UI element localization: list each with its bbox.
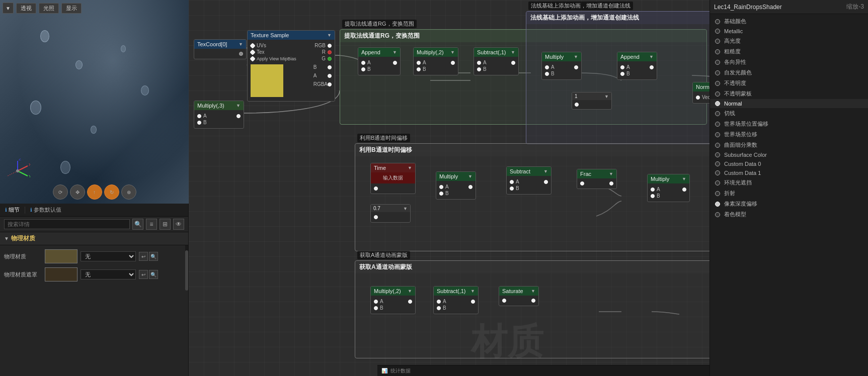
physics-material-dropdown[interactable]: 无 (81, 251, 136, 261)
sub1a-a-in[interactable] (437, 300, 441, 304)
sb-out[interactable] (544, 180, 548, 184)
right-pin-row-12[interactable]: 曲面细分乘数 (710, 140, 868, 150)
nav-move[interactable]: ↑ (87, 184, 102, 200)
nav-pan[interactable]: ✥ (70, 184, 85, 200)
m2a-a-in[interactable] (374, 300, 378, 304)
mn-out[interactable] (574, 65, 578, 69)
a-out-pin[interactable] (328, 74, 332, 78)
section-header[interactable]: ▼ 物理材质 (0, 232, 188, 245)
m2-a-in[interactable] (417, 61, 421, 65)
multiply2-a-node[interactable]: Multiply(,2) ▼ A B (370, 286, 416, 314)
norm-vi-in[interactable] (696, 96, 700, 100)
physics-mask-dropdown[interactable]: 无 (81, 269, 136, 279)
mb2-b-in[interactable] (651, 194, 655, 198)
texture-sample-node[interactable]: Texture Sample ▼ UVs RGB Tex R Apply Vie… (247, 30, 335, 102)
uvs-in-pin[interactable] (250, 43, 255, 48)
append2-node[interactable]: Append ▼ A B (617, 52, 657, 80)
rgba-out-pin[interactable] (328, 82, 332, 86)
normalize-node[interactable]: Normalize ▼ VectorInput (692, 82, 709, 104)
right-pin-row-4[interactable]: 各向异性 (710, 57, 868, 67)
time-out[interactable] (374, 186, 378, 191)
search-button[interactable]: 🔍 (132, 219, 143, 230)
multiply-b-node[interactable]: Multiply ▼ A B (436, 171, 476, 200)
sb-b-in[interactable] (510, 186, 514, 191)
m3-a-in[interactable] (197, 114, 201, 118)
m3-b-in[interactable] (197, 121, 201, 125)
physics-material-reset[interactable]: ↩ (139, 252, 148, 261)
frac-in[interactable] (580, 181, 584, 185)
tab-params[interactable]: ℹ 参数默认值 (28, 205, 64, 215)
nav-orbit[interactable]: ⟳ (53, 184, 68, 200)
multiply3-node[interactable]: Multiply(,3) ▼ A B (194, 101, 244, 129)
filter-btn[interactable]: 👁 (173, 219, 184, 230)
mb2-out[interactable] (682, 187, 686, 192)
sub1-a-in[interactable] (477, 61, 481, 65)
viewport-menu-btn[interactable]: ▼ (3, 3, 14, 14)
multiply2-node[interactable]: Multiply(,2) ▼ A B (413, 47, 458, 75)
mn-b-in[interactable] (545, 72, 549, 76)
tex-in-pin[interactable] (250, 49, 255, 55)
physics-mask-reset[interactable]: ↩ (139, 270, 148, 279)
nav-zoom[interactable]: ⊕ (121, 184, 136, 200)
right-pin-row-18[interactable]: 像素深度偏移 (710, 199, 868, 209)
multiply-b2-node[interactable]: Multiply ▼ A B (647, 174, 690, 202)
texcoord-out-pin[interactable] (239, 52, 243, 56)
rgb-out-pin[interactable] (328, 44, 332, 48)
val07-node[interactable]: 0.7 ▼ (370, 204, 411, 223)
ap1-a-in[interactable] (361, 61, 365, 65)
sb-a-in[interactable] (510, 180, 514, 184)
subtract1-a-node[interactable]: Subtract(,1) ▼ A B (433, 286, 479, 314)
m2-out[interactable] (451, 61, 455, 65)
mn-a-in[interactable] (545, 65, 549, 69)
right-pin-row-7[interactable]: 不透明蒙板 (710, 88, 868, 99)
ap2-b-in[interactable] (620, 72, 624, 76)
right-pin-row-8[interactable]: Normal (710, 99, 868, 108)
scrollbar[interactable] (185, 245, 188, 286)
sat-out[interactable] (531, 299, 535, 303)
perspective-btn[interactable]: 透视 (16, 3, 36, 14)
sub1a-b-in[interactable] (437, 306, 441, 310)
sub1a-out[interactable] (471, 300, 475, 304)
right-pin-row-11[interactable]: 世界场景位移 (710, 129, 868, 140)
r-out-pin[interactable] (328, 50, 332, 54)
b-out-pin[interactable] (328, 65, 332, 69)
right-pin-row-19[interactable]: 着色模型 (710, 209, 868, 220)
right-pin-row-17[interactable]: 折射 (710, 188, 868, 199)
right-pin-row-6[interactable]: 不透明度 (710, 78, 868, 88)
nav-rotate[interactable]: ↻ (104, 184, 119, 200)
ap2-a-in[interactable] (620, 65, 624, 69)
mb-out[interactable] (468, 185, 472, 189)
tab-detail[interactable]: ℹ 细节 (3, 205, 22, 215)
g-out-pin[interactable] (328, 57, 332, 61)
frac-out[interactable] (609, 181, 613, 185)
sub1-out[interactable] (511, 61, 515, 65)
right-pin-row-13[interactable]: Subsurface Color (710, 150, 868, 159)
m2-b-in[interactable] (417, 67, 421, 71)
right-pin-row-10[interactable]: 世界场景位置偏移 (710, 119, 868, 129)
right-pin-row-9[interactable]: 切线 (710, 108, 868, 119)
ap1-out[interactable] (393, 61, 397, 65)
ap1-b-in[interactable] (361, 67, 365, 71)
val07-out[interactable] (374, 215, 378, 219)
subtract-b-node[interactable]: Subtract ▼ A B (506, 166, 551, 195)
m2a-b-in[interactable] (374, 306, 378, 310)
physics-material-search[interactable]: 🔍 (149, 252, 158, 261)
mb2-a-in[interactable] (651, 187, 655, 192)
time-node[interactable]: Time ▼ 输入数据 (370, 163, 416, 194)
right-pin-row-1[interactable]: Metallic (710, 27, 868, 36)
mb-b-in[interactable] (439, 192, 443, 196)
right-pin-row-2[interactable]: 高光度 (710, 36, 868, 46)
display-btn[interactable]: 显示 (61, 3, 82, 14)
right-pin-row-14[interactable]: Custom Data 0 (710, 159, 868, 168)
node-editor[interactable]: TexCoord[0] ▼ Texture Sample ▼ UVs RGB (189, 0, 709, 376)
right-pin-row-5[interactable]: 自发光颜色 (710, 67, 868, 78)
frac-node[interactable]: Frac ▼ (577, 169, 617, 189)
saturate-node[interactable]: Saturate ▼ (499, 286, 539, 306)
m2a-out[interactable] (408, 300, 412, 304)
right-pin-row-3[interactable]: 粗糙度 (710, 46, 868, 57)
right-pin-row-16[interactable]: 环境光遮挡 (710, 177, 868, 188)
physics-mask-search[interactable]: 🔍 (149, 270, 158, 279)
right-pin-row-0[interactable]: 基础颜色 (710, 16, 868, 27)
lighting-btn[interactable]: 光照 (39, 3, 59, 14)
subtract1-node[interactable]: Subtract(,1) ▼ A B (474, 47, 519, 75)
